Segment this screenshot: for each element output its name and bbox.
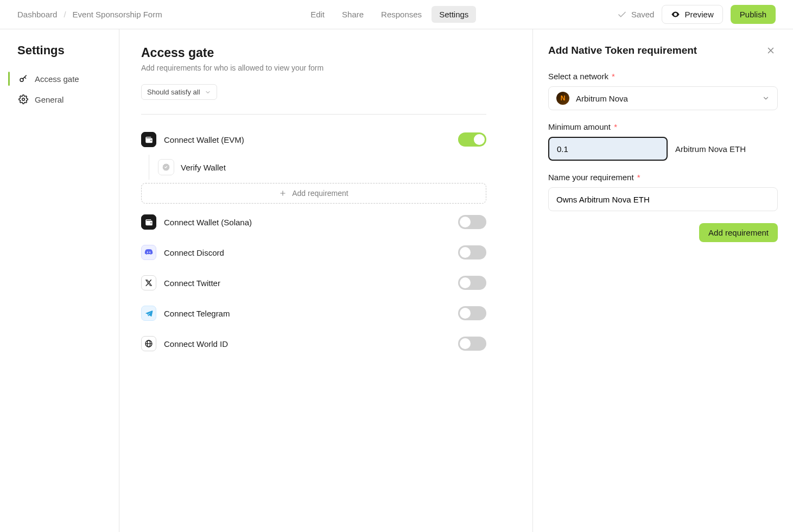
network-value: Arbitrum Nova	[576, 94, 628, 103]
gate-worldid: Connect World ID	[141, 328, 486, 359]
required-asterisk: *	[614, 122, 617, 131]
gate-telegram: Connect Telegram	[141, 298, 486, 328]
chevron-down-icon	[762, 94, 770, 102]
add-requirement-submit-label: Add requirement	[708, 228, 769, 237]
telegram-icon	[141, 306, 156, 321]
field-amount: Minimum amount * Arbitrum Nova ETH	[548, 122, 778, 161]
gate-label: Connect Telegram	[164, 309, 458, 318]
field-network: Select a network * N Arbitrum Nova	[548, 72, 778, 110]
requirement-name-input[interactable]	[548, 187, 778, 211]
wallet-icon	[141, 214, 156, 230]
top-tabs: Edit Share Responses Settings	[162, 6, 617, 23]
tab-responses[interactable]: Responses	[373, 6, 429, 23]
gate-label: Connect Wallet (Solana)	[164, 218, 458, 227]
name-label: Name your requirement	[548, 173, 634, 182]
satisfy-select[interactable]: Should satisfy all	[141, 84, 217, 100]
gear-icon	[18, 94, 28, 104]
sidebar-item-label: Access gate	[35, 74, 79, 84]
saved-indicator: Saved	[617, 10, 655, 20]
gate-list: Connect Wallet (EVM) Verify Wallet	[141, 114, 486, 359]
gate-wallet-evm: Connect Wallet (EVM) Verify Wallet	[141, 124, 486, 204]
saved-label: Saved	[631, 10, 655, 19]
field-requirement-name: Name your requirement *	[548, 173, 778, 211]
publish-button[interactable]: Publish	[731, 5, 776, 24]
sidebar-item-access-gate[interactable]: Access gate	[16, 68, 119, 89]
sidebar-active-indicator	[8, 72, 10, 86]
verify-badge-icon	[158, 159, 174, 175]
breadcrumb-separator: /	[64, 10, 66, 19]
topbar-right: Saved Preview Publish	[617, 5, 776, 24]
sidebar-title: Settings	[17, 43, 119, 58]
world-icon	[141, 336, 156, 351]
topbar: Dashboard / Event Sponsorship Form Edit …	[0, 0, 793, 29]
breadcrumb-dashboard[interactable]: Dashboard	[17, 10, 57, 19]
right-panel: Add Native Token requirement Select a ne…	[532, 29, 793, 532]
network-label: Select a network	[548, 72, 608, 81]
right-panel-title: Add Native Token requirement	[548, 45, 697, 56]
arbitrum-nova-icon: N	[556, 92, 569, 105]
publish-label: Publish	[740, 10, 766, 19]
toggle-wallet-evm[interactable]	[458, 132, 486, 147]
network-select[interactable]: N Arbitrum Nova	[548, 86, 778, 110]
tab-settings[interactable]: Settings	[432, 6, 476, 23]
gate-label: Connect World ID	[164, 339, 458, 349]
gate-label: Connect Wallet (EVM)	[164, 135, 458, 144]
verify-wallet-row: Verify Wallet	[158, 155, 486, 180]
amount-label: Minimum amount	[548, 122, 611, 131]
close-icon	[766, 46, 776, 55]
toggle-worldid[interactable]	[458, 337, 486, 351]
sidebar-item-label: General	[35, 95, 64, 104]
breadcrumb-form-name[interactable]: Event Sponsorship Form	[73, 10, 162, 19]
x-icon	[141, 275, 156, 290]
sidebar-item-general[interactable]: General	[16, 89, 119, 110]
breadcrumb: Dashboard / Event Sponsorship Form	[17, 10, 162, 19]
tab-share[interactable]: Share	[334, 6, 371, 23]
required-asterisk: *	[612, 72, 615, 81]
tab-edit[interactable]: Edit	[303, 6, 332, 23]
svg-point-2	[22, 98, 25, 101]
amount-unit: Arbitrum Nova ETH	[675, 144, 746, 154]
wallet-icon	[141, 132, 156, 147]
wallet-evm-subblock: Verify Wallet	[149, 155, 486, 180]
gate-twitter: Connect Twitter	[141, 268, 486, 298]
chevron-down-icon	[205, 89, 211, 96]
check-icon	[617, 10, 627, 20]
gate-label: Connect Twitter	[164, 278, 458, 288]
satisfy-select-label: Should satisfy all	[147, 88, 200, 96]
toggle-wallet-solana[interactable]	[458, 215, 486, 229]
gate-wallet-solana: Connect Wallet (Solana)	[141, 207, 486, 237]
main-content: Access gate Add requirements for who is …	[119, 29, 532, 532]
add-requirement-label: Add requirement	[292, 189, 348, 198]
gate-discord: Connect Discord	[141, 237, 486, 268]
svg-point-0	[675, 14, 677, 15]
discord-icon	[141, 245, 156, 260]
page-subtitle: Add requirements for who is allowed to v…	[141, 64, 511, 72]
amount-input[interactable]	[548, 137, 668, 161]
add-requirement-submit-button[interactable]: Add requirement	[699, 223, 778, 242]
preview-button[interactable]: Preview	[662, 5, 722, 24]
close-button[interactable]	[764, 43, 778, 58]
preview-label: Preview	[684, 10, 713, 19]
eye-icon	[671, 10, 680, 19]
sidebar: Settings Access gate General	[0, 29, 119, 532]
divider	[141, 114, 486, 115]
toggle-twitter[interactable]	[458, 276, 486, 290]
add-requirement-button[interactable]: Add requirement	[141, 183, 486, 204]
plus-icon	[279, 189, 287, 197]
required-asterisk: *	[637, 173, 640, 182]
toggle-discord[interactable]	[458, 245, 486, 259]
key-icon	[18, 74, 28, 84]
page-title: Access gate	[141, 46, 511, 60]
gate-label: Connect Discord	[164, 248, 458, 257]
toggle-telegram[interactable]	[458, 306, 486, 320]
verify-wallet-label: Verify Wallet	[181, 163, 226, 172]
